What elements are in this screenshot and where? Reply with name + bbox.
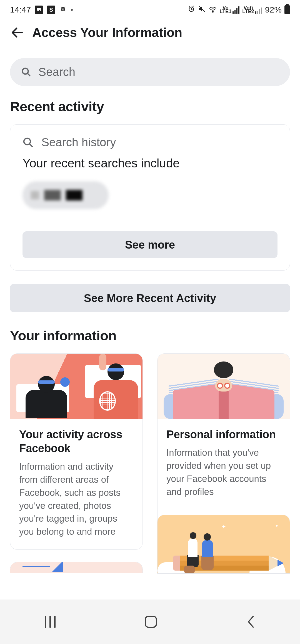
nav-home-icon[interactable] bbox=[145, 616, 157, 628]
battery-percent: 92% bbox=[265, 5, 282, 14]
your-information-heading: Your information bbox=[10, 328, 290, 343]
app-bar: Access Your Information bbox=[0, 19, 300, 48]
status-time: 14:47 bbox=[10, 5, 31, 14]
svg-point-2 bbox=[212, 11, 213, 13]
see-more-label: See more bbox=[125, 239, 175, 251]
s-app-icon: S bbox=[47, 6, 55, 14]
sim2-group: Vo)) LTE2 bbox=[242, 6, 262, 14]
gallery-icon bbox=[35, 6, 43, 14]
search-history-card: Search history Your recent searches incl… bbox=[10, 124, 290, 271]
back-arrow-icon[interactable] bbox=[10, 25, 24, 40]
partial-illustration-1 bbox=[10, 562, 142, 573]
sim1-group: Vo LTE1 bbox=[220, 6, 240, 14]
activity-illustration bbox=[10, 354, 142, 419]
pencil-illustration: ✦ ✦ bbox=[158, 515, 290, 573]
status-right: Vo LTE1 Vo)) LTE2 92% bbox=[188, 5, 290, 15]
signal2-icon bbox=[255, 8, 262, 14]
info-card-desc: Information that you've provided when yo… bbox=[166, 446, 281, 498]
info-card-partial-1[interactable] bbox=[10, 562, 143, 573]
page-title: Access Your Information bbox=[32, 25, 182, 40]
info-grid: Your activity across Facebook Informatio… bbox=[10, 353, 290, 574]
status-left: 14:47 S bbox=[10, 5, 73, 15]
mute-icon bbox=[198, 5, 206, 15]
wifi-icon bbox=[209, 5, 217, 14]
info-card-title: Your activity across Facebook bbox=[19, 427, 134, 455]
content: Search Recent activity Search history Yo… bbox=[0, 48, 300, 584]
svg-line-7 bbox=[29, 144, 32, 147]
nav-back-icon[interactable] bbox=[246, 615, 256, 629]
more-notifications-dot bbox=[71, 9, 73, 11]
info-card-activity[interactable]: Your activity across Facebook Informatio… bbox=[10, 353, 143, 550]
search-history-title: Search history bbox=[41, 136, 116, 149]
search-input[interactable]: Search bbox=[10, 58, 290, 86]
system-nav-bar bbox=[0, 600, 300, 644]
search-history-icon bbox=[22, 137, 34, 148]
search-icon bbox=[21, 67, 31, 77]
recent-activity-heading: Recent activity bbox=[10, 99, 290, 114]
see-more-recent-activity-label: See More Recent Activity bbox=[84, 292, 216, 304]
info-card-title: Personal information bbox=[166, 427, 281, 441]
status-bar: 14:47 S Vo LTE1 Vo)) LTE2 bbox=[0, 0, 300, 19]
signal1-icon bbox=[232, 6, 239, 14]
info-card-desc: Information and activity from different … bbox=[19, 460, 134, 538]
search-history-header[interactable]: Search history bbox=[22, 136, 278, 149]
svg-line-5 bbox=[28, 73, 30, 76]
personal-illustration bbox=[158, 354, 290, 419]
info-card-partial-2[interactable]: ✦ ✦ bbox=[157, 515, 290, 574]
alarm-icon bbox=[188, 5, 195, 15]
battery-icon bbox=[284, 5, 290, 14]
search-placeholder: Search bbox=[38, 65, 75, 79]
nav-recent-icon[interactable] bbox=[45, 616, 56, 628]
see-more-recent-activity-button[interactable]: See More Recent Activity bbox=[10, 284, 290, 312]
recent-search-chip[interactable] bbox=[22, 181, 109, 209]
see-more-button[interactable]: See more bbox=[22, 231, 278, 258]
search-history-subtitle: Your recent searches include bbox=[22, 156, 278, 170]
pinwheel-icon bbox=[59, 5, 67, 15]
